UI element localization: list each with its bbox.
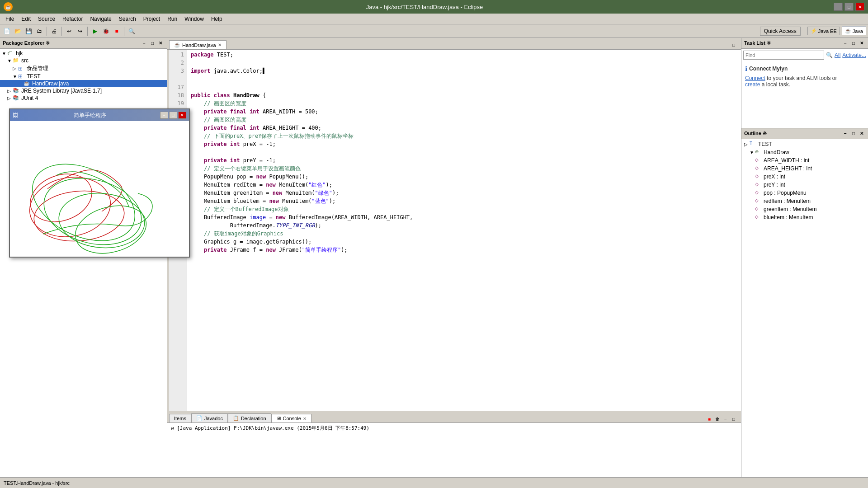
tree-item-junit[interactable]: ▷ 📚 JUnit 4 — [0, 94, 167, 102]
editor-maximize-btn[interactable]: □ — [730, 41, 737, 48]
code-line-24b — [191, 148, 737, 156]
tree-item-handdraw[interactable]: ☕ HandDraw.java — [0, 80, 167, 87]
tab-javadoc[interactable]: 📄 Javadoc — [191, 413, 228, 422]
tl-minimize-btn[interactable]: − — [842, 40, 849, 47]
outline-item-handdraw-class[interactable]: ▼ ⊕ HandDraw — [741, 148, 868, 156]
arrow-jre: ▷ — [7, 89, 13, 94]
close-button[interactable]: ✕ — [855, 3, 864, 11]
pe-minimize-btn[interactable]: − — [141, 40, 148, 47]
menu-window[interactable]: Window — [181, 15, 208, 23]
svg-point-1 — [24, 166, 99, 230]
menu-project[interactable]: Project — [140, 15, 164, 23]
drawing-window-title: 简单手绘程序 — [74, 112, 106, 119]
menu-run[interactable]: Run — [164, 15, 181, 23]
tab-console-close[interactable]: ✕ — [303, 416, 307, 421]
task-list-controls: − □ ✕ — [842, 40, 865, 47]
drawing-close-btn[interactable]: ✕ — [178, 112, 186, 119]
console-stop-btn[interactable]: ■ — [706, 415, 713, 422]
outline-item-pop[interactable]: ◇ pop : PopupMenu — [741, 189, 868, 197]
tree-label-hjk: hjk — [16, 50, 23, 56]
menu-source[interactable]: Source — [34, 15, 59, 23]
code-line-36: private JFrame f = new JFrame("简单手绘程序"); — [191, 246, 737, 254]
console-clear-btn[interactable]: 🗑 — [714, 415, 721, 422]
editor-tab-handdraw[interactable]: ☕ HandDraw.java ✕ — [169, 40, 226, 49]
tree-item-jre[interactable]: ▷ 📚 JRE System Library [JavaSE-1.7] — [0, 87, 167, 94]
toolbar-stop[interactable]: ■ — [112, 26, 122, 36]
outline-item-prex[interactable]: ◇ preX : int — [741, 173, 868, 181]
console-minimize-btn[interactable]: − — [722, 415, 729, 422]
toolbar-search[interactable]: 🔍 — [127, 26, 137, 36]
bottom-tabs-bar: Items 📄 Javadoc 📋 Declaration 🖥 Console … — [167, 411, 741, 423]
outline-label-pop: pop : PopupMenu — [764, 190, 807, 196]
perspective-java[interactable]: ☕ Java — [842, 27, 866, 35]
menu-search[interactable]: Search — [115, 15, 140, 23]
console-maximize-btn[interactable]: □ — [730, 415, 737, 422]
tree-item-src[interactable]: ▼ 📁 src — [0, 57, 167, 64]
find-activate-label[interactable]: Activate... — [842, 52, 866, 58]
code-line-18: public class HandDraw { — [191, 91, 737, 99]
tab-declaration-label: Declaration — [241, 416, 266, 421]
tree-item-food[interactable]: ▷ ⊞ 食品管理 — [0, 64, 167, 73]
minimize-button[interactable]: − — [834, 3, 843, 11]
editor-minimize-btn[interactable]: − — [721, 41, 728, 48]
mylyn-connect-link[interactable]: Connect — [745, 75, 765, 81]
tl-maximize-btn[interactable]: □ — [850, 40, 857, 47]
code-line-blank — [191, 75, 737, 83]
outline-item-area-height[interactable]: ◇ AREA_HEIGHT : int — [741, 164, 868, 173]
outline-item-greenitem[interactable]: ◇ greenItem : MenuItem — [741, 205, 868, 213]
toolbar: 📄 📂 💾 🗂 🖨 ↩ ↪ ▶ 🐞 ■ 🔍 Quick Access ⚡ Jav… — [0, 24, 868, 38]
tl-close-btn[interactable]: ✕ — [858, 40, 865, 47]
outline-item-reditem[interactable]: ◇ redItem : MenuItem — [741, 197, 868, 205]
toolbar-debug[interactable]: 🐞 — [101, 26, 111, 36]
java-ee-icon: ⚡ — [811, 28, 817, 34]
tab-declaration[interactable]: 📋 Declaration — [228, 413, 271, 422]
outline-maximize-btn[interactable]: □ — [850, 130, 857, 137]
task-find-row: 🔍 All Activate... — [741, 49, 868, 61]
tab-javadoc-icon: 📄 — [196, 415, 203, 421]
outline-minimize-btn[interactable]: − — [842, 130, 849, 137]
maximize-button[interactable]: □ — [844, 3, 854, 11]
folder-icon-src: 📁 — [13, 57, 20, 64]
menu-navigate[interactable]: Navigate — [86, 15, 115, 23]
pe-maximize-btn[interactable]: □ — [149, 40, 156, 47]
toolbar-undo[interactable]: ↩ — [64, 26, 74, 36]
code-area[interactable]: package TEST; import java.awt.Color;▌ pu… — [187, 50, 741, 411]
tab-items[interactable]: Items — [169, 414, 191, 422]
quick-access-button[interactable]: Quick Access — [760, 27, 801, 36]
outline-header: Outline ※ − □ ✕ — [741, 128, 868, 139]
outline-label-area-width: AREA_WIDTH : int — [764, 157, 809, 164]
editor-tab-close[interactable]: ✕ — [218, 42, 222, 47]
toolbar-save-all[interactable]: 🗂 — [34, 26, 44, 36]
toolbar-print[interactable]: 🖨 — [49, 26, 59, 36]
outline-item-prey[interactable]: ◇ preY : int — [741, 181, 868, 189]
toolbar-run[interactable]: ▶ — [90, 26, 100, 36]
mylyn-connect-panel: ℹ Connect Mylyn Connect to your task and… — [741, 61, 868, 91]
menu-file[interactable]: File — [2, 15, 18, 23]
drawing-canvas[interactable] — [10, 121, 189, 257]
mylyn-create-link[interactable]: create — [745, 81, 760, 88]
drawing-minimize-btn[interactable]: − — [160, 112, 168, 119]
pe-close-btn[interactable]: ✕ — [157, 40, 164, 47]
outline-item-test[interactable]: ▷ T TEST — [741, 140, 868, 148]
perspective-java-ee[interactable]: ⚡ Java EE — [807, 27, 840, 35]
menu-help[interactable]: Help — [208, 15, 226, 23]
drawing-maximize-btn[interactable]: □ — [169, 112, 177, 119]
toolbar-save[interactable]: 💾 — [24, 26, 33, 36]
outline-close-btn[interactable]: ✕ — [858, 130, 865, 137]
tree-item-hjk[interactable]: ▼ 🏷 hjk — [0, 50, 167, 57]
toolbar-new[interactable]: 📄 — [2, 26, 12, 36]
toolbar-sep3 — [87, 27, 88, 36]
tab-console[interactable]: 🖥 Console ✕ — [271, 414, 311, 422]
tree-label-test-pkg: TEST — [27, 73, 41, 80]
find-all-label[interactable]: All — [835, 52, 840, 58]
task-find-input[interactable] — [743, 51, 824, 60]
outline-item-area-width[interactable]: ◇ AREA_WIDTH : int — [741, 156, 868, 164]
toolbar-redo[interactable]: ↪ — [75, 26, 85, 36]
tree-item-test-pkg[interactable]: ▼ ⊞ TEST — [0, 73, 167, 80]
menu-refactor[interactable]: Refactor — [59, 15, 86, 23]
toolbar-open[interactable]: 📂 — [13, 26, 23, 36]
menu-edit[interactable]: Edit — [18, 15, 34, 23]
code-line-19: // 画图区的宽度 — [191, 99, 737, 108]
outline-item-blueitem[interactable]: ◇ blueItem : MenuItem — [741, 213, 868, 221]
tree-label-jre: JRE System Library [JavaSE-1.7] — [21, 88, 102, 94]
